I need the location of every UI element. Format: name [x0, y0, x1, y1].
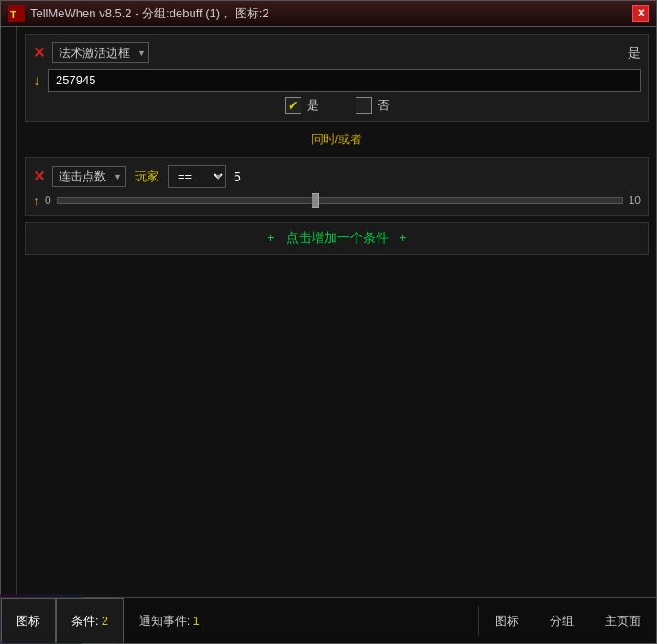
value-number: 5 [234, 169, 252, 184]
spell-dropdown[interactable]: 法术激活边框 [52, 42, 149, 63]
main-content: ✕ 法术激活边框 是 ↓ 257945 ✔ [17, 27, 656, 597]
title-bar-left: T TellMeWhen v8.5.2 - 分组:debuff (1)， 图标:… [8, 5, 269, 22]
remove-button-1[interactable]: ✕ [33, 46, 45, 60]
slider-track[interactable] [57, 197, 623, 204]
content-spacer [25, 260, 649, 590]
tab-home[interactable]: 主页面 [589, 598, 656, 643]
section-1: ✕ 法术激活边框 是 ↓ 257945 ✔ [25, 34, 649, 122]
combo-dropdown[interactable]: 连击点数 [52, 166, 126, 187]
yes-label: 是 [628, 45, 641, 61]
tab-notify-label: 通知事件: [139, 613, 191, 629]
close-button[interactable]: ✕ [632, 5, 649, 22]
tab-notify[interactable]: 通知事件: 1 [124, 598, 215, 643]
svg-text:T: T [10, 9, 16, 20]
slider-thumb[interactable] [312, 193, 319, 208]
tab-group[interactable]: 分组 [534, 598, 589, 643]
up-arrow-button[interactable]: ↑ [33, 193, 39, 208]
condition-row: ✕ 连击点数 玩家 = == != > < [33, 165, 641, 188]
app-icon: T [8, 5, 25, 22]
tab-icon[interactable]: 图标 [1, 598, 56, 643]
eq-dropdown-wrapper[interactable]: = == != > < [168, 165, 226, 188]
checkbox-no[interactable] [356, 97, 372, 114]
checkbox-no-label: 否 [378, 97, 389, 114]
player-label: 玩家 [133, 169, 160, 185]
combo-dropdown-wrapper[interactable]: 连击点数 [52, 166, 126, 187]
spell-id-input[interactable]: 257945 [48, 69, 641, 92]
checkbox-row: ✔ 是 否 [33, 97, 641, 114]
slider-max-label: 10 [629, 194, 641, 207]
checkbox-yes-label: 是 [307, 97, 319, 114]
tab-notify-badge: 1 [192, 614, 199, 628]
left-sidebar [1, 27, 17, 597]
title-text: TellMeWhen v8.5.2 - 分组:debuff (1)， 图标:2 [30, 5, 269, 22]
add-icon-right: + [399, 230, 406, 245]
tab-icon-right[interactable]: 图标 [479, 598, 534, 643]
tab-conditions[interactable]: 条件: 2 [56, 598, 124, 643]
title-bar: T TellMeWhen v8.5.2 - 分组:debuff (1)， 图标:… [1, 1, 656, 27]
checkmark-icon: ✔ [288, 98, 299, 113]
spell-dropdown-wrapper[interactable]: 法术激活边框 [52, 42, 149, 63]
tab-icon-label: 图标 [16, 613, 40, 629]
tab-home-label: 主页面 [605, 613, 641, 629]
down-arrow-icon: ↓ [33, 72, 40, 89]
add-condition-button[interactable]: + 点击增加一个条件 + [25, 222, 649, 255]
tab-group-label: 分组 [550, 613, 574, 629]
tab-left-group: 图标 条件: 2 通知事件: 1 [1, 598, 478, 643]
tab-icon-right-label: 图标 [495, 613, 519, 629]
section1-row2: ↓ 257945 [33, 69, 641, 92]
tab-conditions-badge: 2 [102, 614, 108, 628]
section-2: ✕ 连击点数 玩家 = == != > < [25, 157, 649, 216]
add-condition-label: 点击增加一个条件 [286, 230, 389, 245]
tab-conditions-label: 条件: [71, 613, 99, 629]
divider-text: 同时/或者 [25, 127, 649, 151]
checkbox-yes-item: ✔ 是 [285, 97, 319, 114]
add-icon-left: + [267, 230, 274, 245]
checkbox-yes[interactable]: ✔ [285, 97, 301, 114]
bottom-tabs: 图标 条件: 2 通知事件: 1 图标 分组 主页面 [1, 597, 656, 643]
slider-min-label: 0 [45, 194, 51, 207]
main-window: T TellMeWhen v8.5.2 - 分组:debuff (1)， 图标:… [0, 0, 657, 644]
section1-row1: ✕ 法术激活边框 是 [33, 42, 641, 63]
remove-button-2[interactable]: ✕ [33, 169, 45, 184]
slider-row: ↑ 0 10 [33, 193, 641, 208]
eq-dropdown[interactable]: = == != > < [168, 165, 226, 188]
tab-right-group: 图标 分组 主页面 [479, 598, 656, 643]
checkbox-no-item: 否 [356, 97, 389, 114]
